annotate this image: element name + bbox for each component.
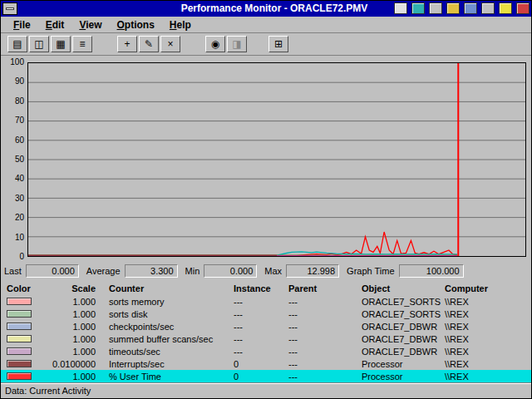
system-menu-button[interactable] — [2, 2, 17, 15]
legend-color-cell — [1, 347, 47, 355]
y-axis-tick-label: 30 — [4, 194, 24, 204]
legend-row[interactable]: 1.000 checkpoints/sec --- --- ORACLE7_DB… — [1, 320, 531, 332]
titlebar-app-icon-4[interactable] — [446, 2, 460, 14]
menu-item-label: Help — [170, 19, 191, 31]
legend-scale-cell: 1.000 — [47, 297, 96, 307]
legend-color-cell — [1, 323, 47, 330]
menu-bar: FileEditViewOptionsHelp — [1, 17, 531, 33]
stat-graph-time-label: Graph Time — [347, 266, 394, 276]
legend-object-cell: ORACLE7_SORTS — [360, 297, 443, 307]
legend-object-cell: ORACLE7_DBWR — [360, 334, 443, 344]
delete-selected-button[interactable]: × — [160, 36, 180, 52]
y-axis: 1009080706050403020100 — [4, 57, 24, 262]
titlebar-app-icon-3[interactable] — [429, 2, 442, 14]
y-axis-tick-label: 50 — [4, 155, 24, 165]
legend-object-cell: ORACLE7_SORTS — [360, 309, 443, 319]
menu-item-label: File — [13, 19, 31, 31]
legend-computer-cell: \\REX — [443, 334, 523, 344]
stat-graph-time-value: 100.000 — [399, 264, 464, 278]
status-bar: Data: Current Activity — [1, 382, 531, 398]
chart-plot — [27, 62, 526, 257]
titlebar-app-icon-6[interactable] — [481, 2, 495, 14]
stat-min-label: Min — [185, 266, 200, 276]
legend-counter-cell: summed buffer scans/sec — [96, 334, 220, 344]
stat-last-label: Last — [4, 266, 22, 276]
menu-item-label: Edit — [46, 19, 65, 31]
legend-color-cell — [1, 372, 47, 380]
legend-counter-cell: timeouts/sec — [96, 347, 220, 357]
menu-item-label: View — [79, 19, 101, 31]
y-axis-tick-label: 100 — [4, 57, 24, 67]
legend-instance-cell: 0 — [220, 372, 287, 382]
modify-selected-button[interactable]: ✎ — [139, 36, 159, 52]
options-dialog-button[interactable]: ⊞ — [268, 36, 288, 52]
legend-object-cell: Processor — [360, 372, 443, 382]
stat-average: Average 3.300 — [86, 264, 178, 278]
y-axis-tick-label: 90 — [4, 76, 24, 86]
legend-row[interactable]: 1.000 sorts memory --- --- ORACLE7_SORTS… — [1, 295, 531, 308]
toolbar-button-icon: ⊞ — [274, 37, 283, 52]
toolbar-button-icon: ◉ — [211, 37, 219, 52]
titlebar-app-icon-5[interactable] — [464, 2, 477, 14]
legend-parent-cell: --- — [287, 309, 360, 319]
menu-help[interactable]: Help — [162, 17, 199, 32]
legend-color-cell — [1, 298, 47, 305]
legend-row[interactable]: 1.000 summed buffer scans/sec --- --- OR… — [1, 332, 531, 345]
legend-counter-cell: Interrupts/sec — [96, 359, 220, 369]
menu-options[interactable]: Options — [110, 17, 162, 32]
legend-header-object: Object — [360, 283, 443, 293]
log-view-button[interactable]: ▦ — [51, 36, 71, 52]
legend-computer-cell: \\REX — [443, 322, 523, 332]
legend-color-cell — [1, 360, 47, 367]
stat-max-value: 12.998 — [286, 264, 339, 278]
legend-scale-cell: 1.000 — [47, 347, 96, 357]
counter-color-swatch — [7, 372, 32, 380]
stat-last-value: 0.000 — [26, 264, 79, 278]
counter-color-swatch — [7, 310, 32, 318]
counter-color-swatch — [7, 347, 32, 355]
titlebar-app-icon-1[interactable] — [394, 2, 407, 14]
legend-object-cell: ORACLE7_DBWR — [360, 347, 443, 357]
stat-last: Last 0.000 — [4, 264, 79, 278]
legend-row[interactable]: 1.000 timeouts/sec --- --- ORACLE7_DBWR … — [1, 345, 531, 357]
legend-header-counter: Counter — [96, 283, 220, 293]
menu-edit[interactable]: Edit — [38, 17, 72, 32]
legend-row[interactable]: 1.000 % User Time 0 --- Processor \\REX — [1, 370, 531, 382]
titlebar: Performance Monitor - ORACLE72.PMV — [1, 1, 531, 17]
titlebar-app-icon-2[interactable] — [411, 2, 425, 14]
legend-counter-cell: % User Time — [96, 372, 220, 382]
y-axis-tick-label: 10 — [4, 233, 24, 243]
legend-table: Color Scale Counter Instance Parent Obje… — [1, 281, 531, 382]
legend-header-instance: Instance — [220, 283, 287, 293]
toolbar-button-icon: ≡ — [79, 37, 85, 52]
stat-average-value: 3.300 — [125, 264, 178, 278]
performance-monitor-window: Performance Monitor - ORACLE72.PMV FileE… — [0, 0, 532, 399]
menu-view[interactable]: View — [71, 17, 109, 32]
report-view-button[interactable]: ≡ — [72, 36, 92, 52]
legend-row[interactable]: 0.0100000 Interrupts/sec 0 --- Processor… — [1, 357, 531, 370]
counter-color-swatch — [7, 360, 32, 367]
legend-parent-cell: --- — [287, 334, 360, 344]
titlebar-app-icon-8[interactable] — [516, 2, 530, 14]
legend-object-cell: ORACLE7_DBWR — [360, 322, 443, 332]
legend-header-computer: Computer — [443, 283, 523, 293]
legend-row[interactable]: 1.000 sorts disk --- --- ORACLE7_SORTS \… — [1, 308, 531, 320]
y-axis-tick-label: 70 — [4, 116, 24, 126]
time-window-button[interactable]: ◨ — [227, 36, 247, 52]
chart-view-button[interactable]: ▤ — [7, 36, 27, 52]
alert-view-button[interactable]: ◫ — [29, 36, 49, 52]
add-counter-button[interactable]: + — [117, 36, 137, 52]
menu-file[interactable]: File — [6, 17, 38, 32]
value-bar: Last 0.000 Average 3.300 Min 0.000 Max 1… — [1, 262, 531, 280]
legend-counter-cell: sorts memory — [96, 297, 220, 307]
legend-instance-cell: --- — [220, 297, 287, 307]
titlebar-app-icon-7[interactable] — [499, 2, 512, 14]
system-menu-icon — [6, 7, 14, 10]
y-axis-tick-label: 20 — [4, 213, 24, 223]
legend-scale-cell: 1.000 — [47, 372, 96, 382]
counter-color-swatch — [7, 298, 32, 305]
update-now-button[interactable]: ◉ — [205, 36, 225, 52]
legend-scale-cell: 1.000 — [47, 334, 96, 344]
legend-scale-cell: 0.0100000 — [47, 359, 96, 369]
toolbar-button-icon: ▤ — [12, 37, 22, 52]
